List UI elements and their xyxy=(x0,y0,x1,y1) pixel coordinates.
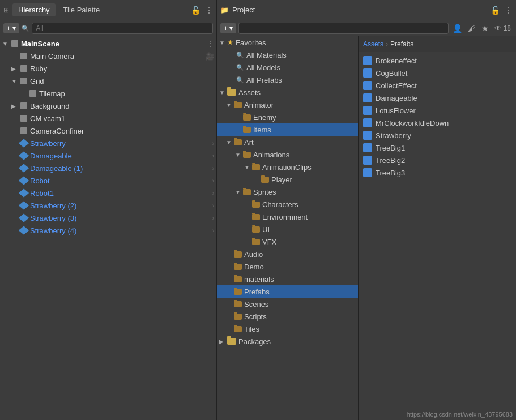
asset-item-treebig2[interactable]: TreeBig2 xyxy=(359,154,516,166)
svg-rect-1 xyxy=(365,70,370,76)
asset-item-treebig1[interactable]: TreeBig1 xyxy=(359,142,516,154)
asset-item-collecteffect[interactable]: CollectEffect xyxy=(359,79,516,92)
hierarchy-item-strawberry3[interactable]: Strawberry (3) › xyxy=(0,212,216,224)
items-label: Items xyxy=(253,126,271,134)
arrow-right-packages-icon[interactable]: ▶ xyxy=(219,338,227,345)
hierarchy-search-input[interactable] xyxy=(32,23,213,34)
hierarchy-item-background[interactable]: ▶ Background xyxy=(0,100,216,112)
asset-item-cogbullet[interactable]: CogBullet xyxy=(359,67,516,79)
asset-item-brokeneffect[interactable]: Brokeneffect xyxy=(359,54,516,67)
ruby-label: Ruby xyxy=(30,65,47,73)
project-header: 📁 Project 🔓 ⋮ xyxy=(217,0,516,20)
project-tree-all-materials[interactable]: 🔍 All Materials xyxy=(217,49,358,61)
project-folder-icon: 📁 xyxy=(220,6,229,14)
project-tree-prefabs[interactable]: Prefabs xyxy=(217,285,358,298)
grid-cube-icon xyxy=(19,76,28,85)
hierarchy-item-main-camera[interactable]: Main Camera 🎥 xyxy=(0,50,216,62)
project-tree-all-prefabs[interactable]: 🔍 All Prefabs xyxy=(217,74,358,86)
tab-hierarchy[interactable]: Hierarchy xyxy=(12,3,56,16)
hierarchy-item-grid[interactable]: ▼ Grid xyxy=(0,75,216,87)
robot-cube-icon xyxy=(19,176,28,185)
hierarchy-tree: ▼ MainScene ⋮ Main Camera 🎥 ▶ xyxy=(0,36,216,420)
project-tree-packages[interactable]: ▶ Packages xyxy=(217,335,358,348)
arrow-right-ruby-icon[interactable]: ▶ xyxy=(11,66,19,72)
project-more-icon[interactable]: ⋮ xyxy=(505,6,513,15)
project-tree-scenes[interactable]: Scenes xyxy=(217,298,358,310)
project-avatar-icon[interactable]: 👤 xyxy=(451,23,464,34)
project-tree-demo[interactable]: Demo xyxy=(217,260,358,273)
hierarchy-item-damageable1[interactable]: Damageable (1) › xyxy=(0,162,216,174)
search-prefabs-icon: 🔍 xyxy=(236,76,244,84)
project-tree-animationclips[interactable]: ▼ AnimationClips xyxy=(217,161,358,173)
asset-item-damageable[interactable]: Damageable xyxy=(359,92,516,104)
project-tree-tiles[interactable]: Tiles xyxy=(217,323,358,335)
project-tree-ui[interactable]: UI xyxy=(217,223,358,235)
hierarchy-item-strawberry4[interactable]: Strawberry (4) › xyxy=(0,224,216,237)
characters-folder-icon xyxy=(252,202,260,208)
arrow-right-bg-icon[interactable]: ▶ xyxy=(11,103,19,109)
asset-item-treebig3[interactable]: TreeBig3 xyxy=(359,166,516,179)
arrow-down-grid-icon[interactable]: ▼ xyxy=(11,78,19,84)
lotusflower-cube-icon xyxy=(363,106,372,115)
project-tree-environment[interactable]: Environmnent xyxy=(217,211,358,223)
enemy-folder-icon xyxy=(243,114,251,121)
hierarchy-item-strawberry[interactable]: Strawberry › xyxy=(0,137,216,149)
sprites-folder-icon xyxy=(243,189,251,195)
project-tree-favorites[interactable]: ▼ ★ Favorites xyxy=(217,36,358,49)
robot1-label: Robot1 xyxy=(30,189,54,198)
project-tree-materials[interactable]: materials xyxy=(217,273,358,285)
project-lock-icon[interactable]: 🔓 xyxy=(491,6,500,15)
project-tree-audio[interactable]: Audio xyxy=(217,248,358,260)
breadcrumb-assets-link[interactable]: Assets xyxy=(363,40,383,48)
hierarchy-item-damageable[interactable]: Damageable › xyxy=(0,149,216,162)
asset-item-strawberry[interactable]: Strawberry xyxy=(359,129,516,142)
svg-rect-8 xyxy=(365,157,370,163)
chevron-right-robot-icon: › xyxy=(212,178,214,184)
project-tree-animations[interactable]: ▼ Animations xyxy=(217,148,358,161)
project-tree-sprites[interactable]: ▼ Sprites xyxy=(217,186,358,198)
asset-item-mrclockwork[interactable]: MrClockworkIdleDown xyxy=(359,117,516,129)
all-materials-label: All Materials xyxy=(246,51,287,59)
project-search-input[interactable] xyxy=(238,23,449,34)
favorites-label: Favorites xyxy=(236,38,266,47)
mainscene-more-icon[interactable]: ⋮ xyxy=(206,39,216,48)
animationclips-label: AnimationClips xyxy=(262,163,312,172)
project-eye-icon[interactable]: 👁 18 xyxy=(493,23,513,33)
project-panel: 📁 Project 🔓 ⋮ + ▾ 👤 🖌 ★ 👁 18 ▼ ★ Favorit… xyxy=(217,0,516,420)
chevron-right-strawberry2-icon: › xyxy=(212,203,214,209)
project-tree-assets[interactable]: ▼ Assets xyxy=(217,86,358,98)
hierarchy-item-cmvcam1[interactable]: CM vcam1 xyxy=(0,112,216,125)
hierarchy-item-robot1[interactable]: Robot1 › xyxy=(0,187,216,199)
project-star-filter-icon[interactable]: ★ xyxy=(480,23,491,34)
tab-tile-palette[interactable]: Tile Palette xyxy=(58,3,106,16)
damageable-label: Damageable xyxy=(30,152,72,160)
project-tree-all-models[interactable]: 🔍 All Models xyxy=(217,61,358,74)
project-add-button[interactable]: + ▾ xyxy=(220,23,236,33)
project-brush-icon[interactable]: 🖌 xyxy=(466,23,477,34)
project-tree-characters[interactable]: Characters xyxy=(217,198,358,211)
asset-item-lotusflower[interactable]: LotusFlower xyxy=(359,104,516,117)
hierarchy-item-strawberry2[interactable]: Strawberry (2) › xyxy=(0,199,216,212)
project-tree-animator[interactable]: ▼ Animator xyxy=(217,98,358,111)
hierarchy-item-ruby[interactable]: ▶ Ruby xyxy=(0,62,216,75)
project-tree-enemy[interactable]: Enemy xyxy=(217,111,358,123)
project-tree: ▼ ★ Favorites 🔍 All Materials 🔍 All Mode… xyxy=(217,36,359,420)
project-tree-player[interactable]: Player xyxy=(217,173,358,186)
project-tree-scripts[interactable]: Scripts xyxy=(217,310,358,323)
demo-label: Demo xyxy=(244,263,264,271)
hierarchy-add-button[interactable]: + ▾ xyxy=(3,23,19,33)
treebig1-label: TreeBig1 xyxy=(376,144,405,152)
hierarchy-lock-icon[interactable]: 🔓 xyxy=(191,6,201,15)
svg-rect-4 xyxy=(365,108,370,113)
hierarchy-more-icon[interactable]: ⋮ xyxy=(205,6,213,15)
hierarchy-item-cameraconfiner[interactable]: CameraConfiner xyxy=(0,125,216,137)
project-tree-art[interactable]: ▼ Art xyxy=(217,136,358,148)
brokeneffect-cube-icon xyxy=(363,56,372,65)
hierarchy-item-robot[interactable]: Robot › xyxy=(0,174,216,187)
project-tree-items[interactable]: Items xyxy=(217,123,358,136)
hierarchy-item-mainscene[interactable]: ▼ MainScene ⋮ xyxy=(0,37,216,50)
environment-label: Environmnent xyxy=(262,213,308,221)
project-tree-vfx[interactable]: VFX xyxy=(217,235,358,248)
hierarchy-item-tilemap[interactable]: Tilemap xyxy=(0,87,216,100)
svg-rect-7 xyxy=(365,145,370,151)
